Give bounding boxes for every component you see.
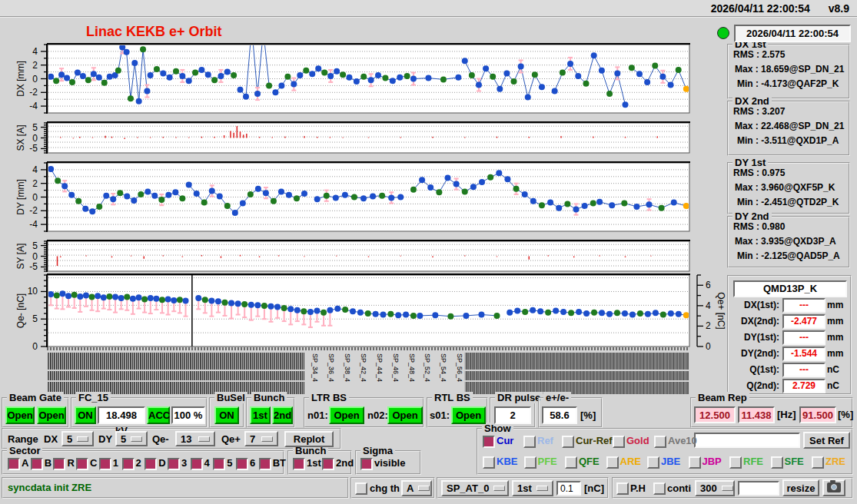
sector-checkbox-b[interactable]	[31, 458, 43, 470]
range-qem-dropdown[interactable]: 13	[175, 431, 215, 446]
monitor-row: Q(1st):---nC	[729, 363, 850, 377]
ltr-n02-open-button[interactable]: Open	[387, 406, 423, 424]
svg-text:SP_38_4: SP_38_4	[344, 353, 351, 382]
show-checkbox-ave10[interactable]	[654, 436, 666, 448]
sector-checkbox-1[interactable]	[99, 458, 111, 470]
beam-rep-label: Beam Rep	[696, 392, 749, 403]
fc15-on-button[interactable]: ON	[75, 406, 96, 424]
show-checkbox-gold[interactable]	[613, 436, 625, 448]
svg-text:2: 2	[32, 60, 38, 71]
monitor-row-label: DX(2nd):	[729, 316, 779, 327]
ph-checkbox[interactable]	[616, 482, 629, 495]
show-checkbox-ref[interactable]	[523, 436, 536, 448]
sector-checkbox-6[interactable]	[236, 458, 248, 470]
beam-gate-open-2-button[interactable]: Open	[37, 406, 66, 424]
show-item-label: KBE	[497, 456, 517, 467]
threshold-input[interactable]	[556, 481, 581, 496]
option-menu-dash-icon	[131, 436, 142, 442]
sigma-visible-checkbox[interactable]	[360, 458, 373, 470]
show-checkbox-qfe[interactable]	[565, 456, 577, 469]
bunch-2nd-button[interactable]: 2nd	[272, 406, 293, 424]
monitor-row-value: 2.729	[782, 379, 825, 393]
show-checkbox-cur-ref[interactable]	[562, 436, 574, 448]
show-checkbox-jbp[interactable]	[689, 456, 701, 469]
svg-text:SP_42_4: SP_42_4	[360, 353, 367, 382]
range-dx-dropdown[interactable]: 5	[61, 431, 94, 446]
sector-checkbox-d[interactable]	[144, 458, 157, 470]
monitor-row-unit: mm	[827, 332, 843, 343]
rtl-s01-label: s01:	[430, 410, 450, 421]
stats-dy1-min: Min : -2.451@QTD2P_K	[737, 197, 849, 207]
svg-text:4: 4	[32, 46, 38, 57]
show-checkbox-are[interactable]	[606, 456, 619, 469]
svg-text:10: 10	[28, 286, 38, 297]
svg-text:4: 4	[706, 300, 711, 311]
svg-text:-4: -4	[29, 101, 38, 111]
sector-checkbox-4[interactable]	[191, 458, 203, 470]
range-dy-dropdown[interactable]: 5	[115, 431, 148, 446]
busel-on-button[interactable]: ON	[214, 406, 239, 424]
show-checkbox-cur[interactable]	[483, 436, 495, 448]
monitor-row: DY(1st):---mm	[729, 330, 850, 345]
svg-text:-4: -4	[29, 219, 38, 230]
bunch-1st-button[interactable]: 1st	[250, 406, 271, 424]
bunch-dropdown[interactable]: 1st	[512, 480, 553, 496]
sector-checkbox-5[interactable]	[213, 458, 225, 470]
show-checkbox-jbe[interactable]	[647, 456, 659, 469]
bunch-select-label-2nd: 2nd	[336, 457, 354, 469]
sector-checkbox-2[interactable]	[122, 458, 135, 470]
show-item-label: ZRE	[825, 456, 845, 467]
monitor-panel: QMD13P_K DX(1st):---mmDX(2nd):-2.477mmDY…	[727, 275, 852, 395]
sp-at-dropdown[interactable]: SP_AT_0	[441, 480, 509, 496]
ltr-n01-open-button[interactable]: Open	[329, 406, 364, 424]
sector-checkbox-a[interactable]	[8, 458, 20, 470]
monitor-row-unit: nC	[827, 380, 839, 391]
sector-item-label: C	[90, 457, 97, 469]
show-item-label: Gold	[626, 435, 649, 446]
sector-checkbox-c[interactable]	[76, 458, 88, 470]
monitor-row-label: DY(2nd):	[729, 348, 779, 359]
beam-gate-open-1-button[interactable]: Open	[5, 406, 35, 424]
sector-checkbox-3[interactable]	[168, 458, 180, 470]
svg-text:6: 6	[706, 280, 711, 290]
resize-button[interactable]: resize	[782, 479, 819, 496]
replot-button[interactable]: Replot	[284, 431, 334, 447]
navg-dropdown[interactable]: 300	[695, 480, 735, 496]
svg-text:-2: -2	[29, 205, 38, 216]
show-checkbox-rfe[interactable]	[729, 456, 742, 469]
dr-pulse-value: 2	[494, 406, 531, 424]
range-qep-dropdown[interactable]: 7	[244, 431, 278, 446]
ref-name-input[interactable]	[694, 433, 800, 448]
sector-a-dropdown[interactable]: A	[401, 480, 432, 496]
monitor-row-value: -1.544	[782, 346, 825, 361]
fc15-acc-button[interactable]: ACC	[147, 406, 170, 424]
bunch-select-checkbox-2nd[interactable]	[322, 458, 334, 470]
show-checkbox-pfe[interactable]	[524, 456, 536, 469]
status-message: syncdata init ZRE	[8, 482, 91, 493]
bunch-select-checkbox-1st[interactable]	[293, 458, 305, 470]
sector-checkbox-r[interactable]	[53, 458, 65, 470]
show-checkbox-zre[interactable]	[812, 456, 824, 469]
svg-text:SP_34_4: SP_34_4	[311, 353, 319, 382]
set-ref-button[interactable]: Set Ref	[803, 432, 850, 449]
monitor-name: QMD13P_K	[733, 280, 847, 297]
svg-text:SP_44_4: SP_44_4	[376, 353, 384, 382]
snapshot-button[interactable]	[822, 479, 845, 496]
monitor-row-label: DX(1st):	[729, 300, 779, 310]
plot-sy: 50-5SY [A]	[15, 240, 690, 273]
extra-input[interactable]	[738, 481, 779, 496]
ratio-value: 58.6	[542, 406, 577, 424]
conti-checkbox[interactable]	[653, 482, 666, 495]
option-menu-dash-icon	[261, 436, 273, 442]
beam-rep-value-1: 12.500	[694, 406, 736, 423]
sector-checkbox-bt[interactable]	[259, 458, 271, 470]
monitor-row-label: DY(1st):	[729, 332, 779, 343]
ltr-n01-label: n01:	[307, 410, 328, 421]
svg-text:4: 4	[32, 164, 38, 175]
show-checkbox-kbe[interactable]	[483, 456, 495, 469]
stats-dy2-title: DY 2nd	[732, 211, 772, 222]
svg-text:SP_52_4: SP_52_4	[424, 353, 431, 382]
rtl-s01-open-button[interactable]: Open	[451, 406, 486, 424]
show-checkbox-sfe[interactable]	[771, 456, 783, 469]
chg-th-checkbox[interactable]	[355, 482, 367, 495]
